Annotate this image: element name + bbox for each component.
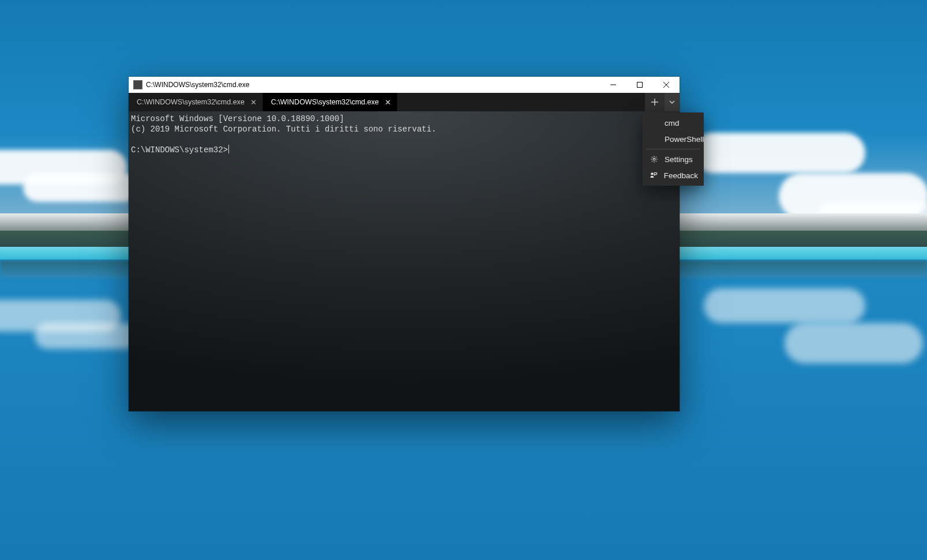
maximize-button[interactable] bbox=[626, 77, 653, 93]
terminal-line: Microsoft Windows [Versione 10.0.18890.1… bbox=[131, 114, 344, 123]
terminal-line: (c) 2019 Microsoft Corporation. Tutti i … bbox=[131, 125, 436, 134]
svg-rect-8 bbox=[654, 173, 657, 175]
tab-0[interactable]: C:\WINDOWS\system32\cmd.exe ✕ bbox=[129, 93, 263, 111]
tab-bar: C:\WINDOWS\system32\cmd.exe ✕ C:\WINDOWS… bbox=[129, 93, 680, 111]
feedback-icon bbox=[650, 171, 658, 179]
minimize-button[interactable] bbox=[600, 77, 626, 93]
new-tab-dropdown: cmd PowerShell Settings Feedback bbox=[643, 112, 704, 186]
tab-label: C:\WINDOWS\system32\cmd.exe bbox=[271, 98, 379, 106]
tab-label: C:\WINDOWS\system32\cmd.exe bbox=[137, 98, 245, 106]
svg-point-6 bbox=[653, 158, 655, 160]
dropdown-item-cmd[interactable]: cmd bbox=[643, 115, 704, 131]
terminal-cursor bbox=[228, 145, 229, 153]
dropdown-item-feedback[interactable]: Feedback bbox=[643, 167, 704, 183]
close-button[interactable] bbox=[653, 77, 680, 93]
app-icon bbox=[133, 80, 142, 89]
close-tab-icon[interactable]: ✕ bbox=[250, 99, 257, 106]
dropdown-item-settings[interactable]: Settings bbox=[643, 151, 704, 167]
close-tab-icon[interactable]: ✕ bbox=[385, 99, 391, 106]
dropdown-item-label: Settings bbox=[665, 155, 693, 164]
terminal-window: C:\WINDOWS\system32\cmd.exe C:\WINDOWS\s… bbox=[129, 77, 680, 411]
dropdown-item-label: PowerShell bbox=[665, 135, 704, 144]
svg-rect-1 bbox=[637, 82, 643, 88]
window-title: C:\WINDOWS\system32\cmd.exe bbox=[146, 81, 249, 89]
tab-dropdown-button[interactable] bbox=[665, 93, 680, 111]
dropdown-separator bbox=[646, 149, 700, 149]
dropdown-item-label: Feedback bbox=[664, 171, 698, 180]
new-tab-button[interactable] bbox=[645, 93, 665, 111]
terminal-output[interactable]: Microsoft Windows [Versione 10.0.18890.1… bbox=[129, 111, 680, 411]
tab-1[interactable]: C:\WINDOWS\system32\cmd.exe ✕ bbox=[263, 93, 397, 111]
terminal-prompt: C:\WINDOWS\system32> bbox=[131, 145, 228, 155]
svg-point-7 bbox=[651, 172, 654, 175]
dropdown-item-label: cmd bbox=[665, 119, 680, 127]
gear-icon bbox=[650, 155, 659, 163]
dropdown-item-powershell[interactable]: PowerShell bbox=[643, 131, 704, 147]
window-titlebar[interactable]: C:\WINDOWS\system32\cmd.exe bbox=[129, 77, 680, 93]
